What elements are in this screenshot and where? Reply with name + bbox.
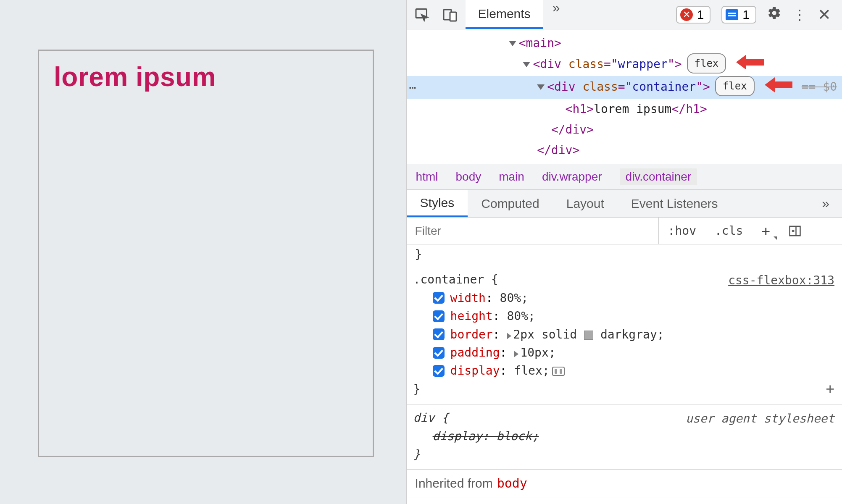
decl-toggle[interactable] (433, 328, 445, 340)
settings-icon[interactable] (767, 6, 781, 23)
tab-event-listeners[interactable]: Event Listeners (618, 190, 731, 217)
cls-toggle[interactable]: .cls (705, 218, 752, 244)
new-rule-button[interactable]: + (752, 218, 779, 244)
page-viewport: lorem ipsum (0, 0, 406, 504)
annotation-arrow-icon (765, 77, 792, 99)
expand-icon[interactable] (507, 333, 511, 339)
styles-filter-row: :hov .cls + (407, 218, 842, 244)
message-count: 1 (742, 8, 750, 22)
message-badge[interactable]: 1 (721, 6, 756, 24)
dom-node-main[interactable]: <main> (407, 33, 842, 53)
decl-width[interactable]: width: 80%; (413, 289, 834, 307)
rule-div-ua[interactable]: user agent stylesheet div { display: blo… (407, 404, 842, 470)
color-swatch[interactable] (584, 331, 593, 340)
dom-node-div-close[interactable]: </div> (407, 140, 842, 160)
hov-toggle[interactable]: :hov (659, 218, 705, 244)
flex-badge[interactable]: flex (715, 76, 755, 96)
breadcrumb: html body main div.wrapper div.container (407, 164, 842, 190)
device-toggle-icon[interactable] (442, 7, 458, 23)
rule-block-truncated: } (407, 244, 842, 266)
inherited-separator: Inherited frombody (407, 470, 842, 498)
flex-badge[interactable]: flex (687, 53, 726, 74)
crumb-container[interactable]: div.container (620, 168, 697, 185)
crumb-html[interactable]: html (416, 170, 438, 184)
error-icon: ✕ (680, 8, 693, 21)
dom-node-h1[interactable]: <h1>lorem ipsum</h1> (407, 99, 842, 119)
container-box: lorem ipsum (38, 50, 374, 457)
error-count: 1 (697, 8, 704, 22)
crumb-wrapper[interactable]: div.wrapper (542, 170, 602, 184)
tab-elements[interactable]: Elements (466, 0, 543, 29)
computed-panel-icon[interactable] (779, 218, 810, 244)
decl-display-block: display: block; (413, 427, 834, 445)
dollar0-hint: == $0 (802, 80, 837, 94)
decl-toggle[interactable] (433, 365, 445, 377)
rule-brace: } (413, 445, 834, 463)
svg-rect-3 (789, 226, 800, 236)
toolbar-right: ✕ 1 1 ⋮ ✕ (676, 0, 842, 29)
rule-brace: } (415, 247, 422, 261)
decl-border[interactable]: border: 2px solid darkgray; (413, 326, 834, 344)
tabs-overflow-icon[interactable]: » (543, 0, 569, 29)
styles-pane-tabs: Styles Computed Layout Event Listeners » (407, 190, 842, 218)
dom-node-div-close[interactable]: </div> (407, 119, 842, 140)
decl-toggle[interactable] (433, 292, 445, 304)
page-heading: lorem ipsum (54, 61, 358, 92)
pane-tabs-overflow-icon[interactable]: » (808, 190, 842, 217)
dom-node-container[interactable]: ⋯ <div class="container">flex== $0 (407, 76, 842, 99)
message-icon (726, 9, 738, 20)
tab-computed[interactable]: Computed (468, 190, 553, 217)
dom-tree[interactable]: <main> <div class="wrapper">flex ⋯ <div … (407, 29, 842, 164)
expand-icon[interactable] (514, 351, 518, 357)
toolbar-left (407, 0, 466, 29)
decl-padding[interactable]: padding: 10px; (413, 344, 834, 362)
rule-source-ua: user agent stylesheet (686, 410, 834, 428)
flexbox-editor-icon[interactable] (552, 367, 565, 376)
decl-height[interactable]: height: 80%; (413, 307, 834, 325)
close-icon[interactable]: ✕ (818, 5, 831, 24)
inspect-icon[interactable] (414, 7, 430, 23)
rule-container[interactable]: css-flexbox:313 .container { width: 80%;… (407, 266, 842, 404)
devtools-panel: Elements » ✕ 1 1 ⋮ ✕ <main> <div class="… (406, 0, 842, 504)
styles-rules: } css-flexbox:313 .container { width: 80… (407, 244, 842, 504)
error-badge[interactable]: ✕ 1 (676, 6, 711, 24)
svg-rect-2 (450, 12, 456, 21)
styles-filter-input[interactable] (407, 218, 659, 244)
kebab-menu-icon[interactable]: ⋮ (792, 6, 807, 23)
annotation-arrow-icon (736, 55, 764, 76)
add-declaration-button[interactable]: + (826, 378, 834, 400)
crumb-body[interactable]: body (455, 170, 481, 184)
rule-body[interactable]: css-flexbox:83 body { (407, 498, 842, 504)
decl-toggle[interactable] (433, 310, 445, 322)
dom-node-wrapper[interactable]: <div class="wrapper">flex (407, 53, 842, 76)
tab-layout[interactable]: Layout (553, 190, 618, 217)
tab-styles[interactable]: Styles (407, 190, 468, 217)
rule-brace: } (413, 380, 834, 398)
decl-toggle[interactable] (433, 347, 445, 359)
rule-source-link[interactable]: css-flexbox:313 (728, 271, 834, 289)
decl-display[interactable]: display: flex; (413, 362, 834, 380)
crumb-main[interactable]: main (499, 170, 524, 184)
devtools-toolbar: Elements » ✕ 1 1 ⋮ ✕ (407, 0, 842, 29)
